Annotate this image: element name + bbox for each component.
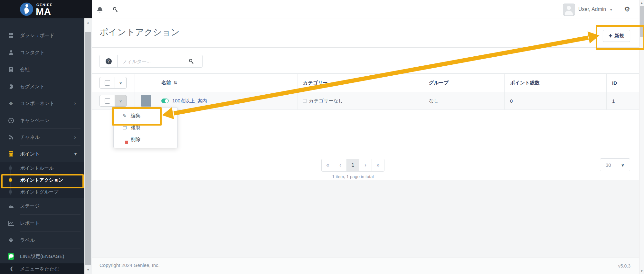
bullet-icon (9, 190, 12, 194)
settings-button[interactable]: ⚙ (624, 5, 630, 13)
sidebar-item-channels[interactable]: チャネル › (0, 129, 84, 146)
sidebar-item-components[interactable]: ❖ コンポーネント › (0, 95, 84, 112)
column-header-group[interactable]: グループ (424, 74, 505, 92)
row-id-value: 1 (612, 98, 615, 104)
new-button[interactable]: ✚ 新規 (603, 30, 630, 42)
sidebar-item-label: LINE設定(ENGAGE) (20, 253, 64, 260)
publish-toggle[interactable] (161, 99, 169, 103)
menu-item-label: 編集 (131, 113, 140, 119)
gauge-icon (8, 203, 14, 209)
pagination-prev-button[interactable]: ‹ (334, 159, 347, 172)
footer (92, 258, 639, 274)
copyright-text: Copyright 2024 Geniee, Inc. (99, 262, 160, 268)
sidebar-item-label: ポイントグループ (20, 189, 58, 195)
select-all-checkbox[interactable] (105, 80, 110, 86)
sidebar-item-point-rules[interactable]: ポイントルール (0, 162, 84, 174)
page-size-select[interactable]: 30 ∨ (600, 158, 630, 171)
pagination-last-button[interactable]: » (372, 159, 384, 172)
bulk-actions-caret[interactable]: ∨ (115, 77, 127, 89)
sidebar-item-reports[interactable]: レポート (0, 215, 84, 231)
dashboard-icon (8, 32, 14, 39)
filter-search-button[interactable] (180, 55, 203, 68)
pagination-next-button[interactable]: › (359, 159, 372, 172)
sidebar-item-contacts[interactable]: コンタクト (0, 44, 84, 61)
sidebar-item-label: 会社 (20, 67, 30, 73)
category-color-icon (303, 99, 307, 103)
user-avatar[interactable] (563, 4, 575, 16)
row-actions-caret[interactable]: ∨ (115, 95, 127, 107)
plus-icon: ✚ (609, 33, 612, 38)
select-all-combo: ∨ (99, 77, 127, 89)
sidebar-item-label: ポイントルール (20, 165, 54, 171)
sidebar-item-line-settings[interactable]: LINE設定(ENGAGE) (0, 248, 84, 265)
filter-help-button[interactable]: ? (99, 55, 118, 68)
sidebar-item-segments[interactable]: セグメント (0, 78, 84, 95)
menu-item-label: 複製 (131, 125, 140, 131)
row-checkbox[interactable] (105, 98, 110, 104)
scroll-up-icon[interactable]: ▲ (84, 21, 92, 24)
column-header-category[interactable]: カテゴリー (298, 74, 424, 92)
menu-item-edit[interactable]: ✎ 編集 (114, 110, 177, 122)
sidebar-item-points[interactable]: ポイント ▾ (0, 146, 84, 162)
row-group-value: なし (429, 98, 439, 104)
row-avatar-cell (135, 92, 154, 109)
tag-icon (8, 237, 14, 243)
select-all-cell: ∨ (92, 74, 135, 92)
sidebar-item-label: セグメント (20, 84, 45, 90)
filter-input[interactable] (117, 55, 180, 68)
rss-icon (8, 134, 14, 140)
sidebar-item-point-groups[interactable]: ポイントグループ (0, 186, 84, 198)
line-chart-icon (8, 220, 14, 226)
sidebar-item-label: ポイント (20, 151, 40, 157)
sidebar-item-label: コンタクト (20, 50, 45, 56)
puzzle-icon: ❖ (8, 100, 14, 107)
row-category-value: カテゴリーなし (309, 98, 343, 104)
point-actions-table: ∨ 名前 ⇅ カテゴリー グループ ポイント総数 ID ∨ (92, 73, 639, 110)
menu-item-duplicate[interactable]: ❐ 複製 (114, 122, 177, 134)
column-header-points[interactable]: ポイント総数 (505, 74, 607, 92)
sidebar-item-dashboard[interactable]: ダッシュボード (0, 27, 84, 44)
sidebar-item-label: ステージ (20, 203, 40, 209)
page-scrollbar-thumb[interactable] (640, 6, 644, 37)
sidebar-item-point-actions[interactable]: ポイントアクション (0, 174, 84, 186)
caret-down-icon: ▾ (610, 7, 612, 12)
sidebar-item-stages[interactable]: ステージ (0, 198, 84, 214)
row-avatar (141, 95, 151, 107)
row-name-link[interactable]: 100点以上_案内 (172, 98, 207, 104)
pagination-first-button[interactable]: « (321, 159, 334, 172)
calculator-icon (8, 151, 14, 157)
sidebar-item-label: ダッシュボード (20, 33, 54, 39)
row-points-cell: 0 (505, 92, 607, 109)
menu-item-delete[interactable]: 削除 (114, 134, 177, 146)
user-menu[interactable]: User, Admin ▾ (578, 6, 612, 12)
line-app-icon (8, 253, 14, 260)
page-scrollbar[interactable]: ▲ ▼ (639, 0, 644, 274)
scroll-down-icon[interactable]: ▼ (84, 268, 92, 271)
sidebar-scrollbar[interactable]: ▲ ▼ (84, 18, 92, 274)
user-menu-label: User, Admin (578, 6, 606, 12)
sidebar-item-campaigns[interactable]: キャンペーン (0, 112, 84, 129)
pagination-page-1[interactable]: 1 (346, 159, 359, 172)
gear-icon: ⚙ (624, 5, 630, 13)
sidebar-item-labels[interactable]: ラベル (0, 232, 84, 249)
scroll-up-icon[interactable]: ▲ (639, 1, 644, 5)
scroll-down-icon[interactable]: ▼ (639, 269, 644, 273)
points-submenu: ポイントルール ポイントアクション ポイントグループ (0, 162, 84, 198)
clock-icon (8, 117, 14, 124)
page-size-value: 30 (606, 162, 611, 168)
pagination: « ‹ 1 › » (321, 159, 384, 172)
column-header-id[interactable]: ID (607, 74, 639, 92)
sort-icon[interactable]: ⇅ (174, 80, 177, 85)
user-icon (8, 49, 14, 56)
row-checkbox-wrap (99, 95, 115, 107)
bullet-icon-active (9, 178, 12, 182)
row-actions-menu: ✎ 編集 ❐ 複製 削除 (113, 107, 178, 148)
sidebar-item-label: コンポーネント (20, 100, 54, 107)
sidebar-item-label: ポイントアクション (20, 177, 63, 183)
row-group-cell: なし (424, 92, 505, 109)
collapse-menu-button[interactable]: ❮ メニューをたたむ (0, 263, 84, 274)
sidebar-scrollbar-thumb[interactable] (85, 32, 91, 265)
sidebar-item-companies[interactable]: 会社 (0, 61, 84, 78)
column-header-name[interactable]: 名前 ⇅ (154, 74, 298, 92)
app-logo[interactable]: GENIEE MA (0, 0, 92, 18)
